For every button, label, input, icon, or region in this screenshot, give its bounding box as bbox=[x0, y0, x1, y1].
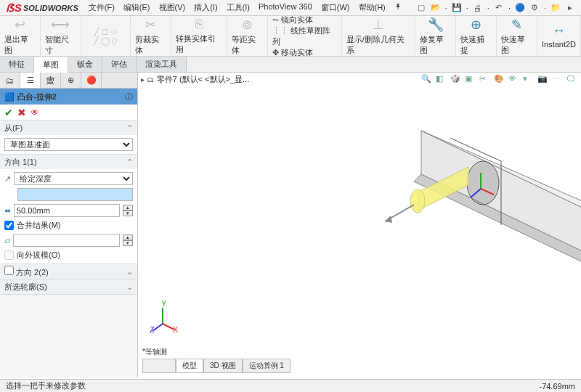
scene-icon[interactable]: 🎨 bbox=[494, 74, 504, 84]
tab-sheet[interactable]: 钣金 bbox=[68, 57, 102, 72]
pattern-group[interactable]: ⥊ 镜向实体 ⋮⋮ 线性草图阵列 ✥ 移动实体 bbox=[268, 16, 342, 56]
dir2-checkbox[interactable] bbox=[4, 266, 14, 275]
offset-button[interactable]: ⊚等距实体 bbox=[227, 16, 268, 56]
zoom-area-icon[interactable]: ◧ bbox=[436, 74, 446, 84]
section-icon[interactable]: ✂ bbox=[479, 74, 489, 84]
direction1-section: 方向 1(1)⌃ ↗ 给定深度 ⬌ ▴▾ 合并结果(M) ▱ bbox=[0, 155, 137, 264]
viewport[interactable]: ▸ 🗂 零件7 (默认< <默认>_显... 🔍 ◧ 🎲 ▣ ✂ 🎨 👁 ▾ 📷… bbox=[138, 73, 581, 377]
open-icon[interactable]: 📂 bbox=[431, 3, 441, 13]
zoom-icon[interactable]: 🔍 bbox=[421, 74, 431, 84]
svg-marker-13 bbox=[385, 216, 392, 223]
reverse-icon[interactable]: ↗ bbox=[4, 174, 11, 184]
menu-file[interactable]: 文件(F) bbox=[84, 0, 119, 15]
smart-dim-button[interactable]: ⟷智能尺寸 bbox=[41, 16, 81, 56]
merge-label: 合并结果(M) bbox=[17, 220, 61, 231]
menu-tools[interactable]: 工具(I) bbox=[222, 0, 254, 15]
feature-title: 凸台-拉伸2 bbox=[17, 91, 57, 102]
model-tab[interactable]: 模型 bbox=[176, 359, 203, 373]
menu-view[interactable]: 视图(V) bbox=[155, 0, 190, 15]
tab-render[interactable]: 渲染工具 bbox=[137, 57, 187, 72]
draft-out-label: 向外拔模(O) bbox=[17, 250, 60, 261]
print-icon[interactable]: 🖨 bbox=[473, 3, 483, 13]
display-style-icon[interactable]: ▣ bbox=[465, 74, 475, 84]
repair-button[interactable]: 🔧修复草图 bbox=[415, 16, 456, 56]
draft-spinner[interactable]: ▴▾ bbox=[123, 234, 133, 246]
tab-feature[interactable]: 特征 bbox=[0, 57, 34, 72]
ribbon-toolbar: ↩退出草图 ⟷智能尺寸 ╱ ◻ ⬭ ╱ ◯ ⬯ ✂剪裁实体 ⎘转换实体引用 ⊚等… bbox=[0, 16, 581, 57]
menu-help[interactable]: 帮助(H) bbox=[354, 0, 390, 15]
convert-button[interactable]: ⎘转换实体引用 bbox=[171, 16, 227, 56]
snap-button[interactable]: ⊕快速捕捉 bbox=[456, 16, 497, 56]
preview-icon[interactable]: 👁 bbox=[31, 107, 39, 118]
help-icon[interactable]: ⓘ bbox=[125, 91, 133, 102]
svg-point-4 bbox=[467, 161, 499, 205]
depth-spinner[interactable]: ▴▾ bbox=[123, 205, 133, 216]
svg-text:X: X bbox=[173, 325, 179, 334]
menu-edit[interactable]: 编辑(E) bbox=[119, 0, 155, 15]
flag-icon[interactable]: ▸ bbox=[565, 3, 575, 13]
blank-tab[interactable]: ⠀⠀⠀⠀ bbox=[142, 359, 176, 373]
app-logo: ẞS SOLIDWORKS bbox=[0, 1, 84, 15]
direction-input[interactable] bbox=[17, 188, 133, 201]
tab-eval[interactable]: 评估 bbox=[102, 57, 137, 72]
settings-icon[interactable]: ⋯ bbox=[552, 74, 562, 84]
relations-button[interactable]: ⊥显示/删除几何关系 bbox=[342, 16, 416, 56]
quick-toolbar: ▢ 📂· 💾· 🖨· ↶· 🔵 ⚙· 📁 ▸ bbox=[416, 3, 581, 13]
exit-sketch-button[interactable]: ↩退出草图 bbox=[0, 16, 41, 56]
dimxpert-tab[interactable]: ⊕ bbox=[61, 73, 81, 88]
appearance-tab[interactable]: 🔴 bbox=[81, 73, 102, 88]
property-manager: 🗂 ☰ 🕸 ⊕ 🔴 🟦凸台-拉伸2 ⓘ ✔ ✖ 👁 从(F)⌃ 草图基准面 方向… bbox=[0, 73, 138, 377]
status-hint: 选择一把手来修改参数 bbox=[6, 380, 86, 391]
heads-up-toolbar: 🔍 ◧ 🎲 ▣ ✂ 🎨 👁 ▾ 📷 ⋯ 🖵 bbox=[421, 74, 577, 84]
logo-icon: ẞS bbox=[6, 1, 22, 15]
config-tab[interactable]: 🕸 bbox=[41, 73, 61, 88]
contours-section: 所选轮廓(S)⌄ bbox=[0, 279, 137, 295]
tab-sketch[interactable]: 草图 bbox=[34, 57, 68, 73]
from-section: 从(F)⌃ 草图基准面 bbox=[0, 121, 137, 155]
from-header[interactable]: 从(F)⌃ bbox=[0, 121, 137, 135]
instant2d-button[interactable]: ↔Instant2D bbox=[537, 16, 581, 56]
draft-input[interactable] bbox=[13, 234, 120, 247]
menu-insert[interactable]: 插入(I) bbox=[190, 0, 222, 15]
svg-text:Y: Y bbox=[161, 299, 167, 308]
content-area: 🗂 ☰ 🕸 ⊕ 🔴 🟦凸台-拉伸2 ⓘ ✔ ✖ 👁 从(F)⌃ 草图基准面 方向… bbox=[0, 73, 581, 377]
options-icon[interactable]: ⚙ bbox=[529, 3, 540, 13]
svg-point-6 bbox=[410, 189, 425, 213]
3dview-tab[interactable]: 3D 视图 bbox=[203, 359, 243, 373]
svg-text:Z: Z bbox=[150, 325, 155, 334]
dir2-header[interactable]: 方向 2(2)⌄ bbox=[0, 264, 137, 279]
trim-button[interactable]: ✂剪裁实体 bbox=[131, 16, 171, 56]
sketch-tools-group[interactable]: ╱ ◻ ⬭ ╱ ◯ ⬯ bbox=[81, 16, 131, 56]
motion-tab[interactable]: 运动算例 1 bbox=[243, 359, 290, 373]
render-icon[interactable]: 📷 bbox=[537, 74, 548, 84]
draft-icon[interactable]: ▱ bbox=[4, 236, 10, 245]
cancel-button[interactable]: ✖ bbox=[17, 107, 26, 118]
screen-icon[interactable]: 🖵 bbox=[566, 74, 577, 84]
new-icon[interactable]: ▢ bbox=[416, 3, 426, 13]
menu-window[interactable]: 窗口(W) bbox=[317, 0, 354, 15]
save-icon[interactable]: 💾 bbox=[452, 3, 462, 13]
bottom-tabs: ⠀⠀⠀⠀ 模型 3D 视图 运动算例 1 bbox=[142, 359, 290, 373]
dir1-header[interactable]: 方向 1(1)⌃ bbox=[0, 155, 137, 169]
folder-icon[interactable]: 📁 bbox=[550, 3, 561, 13]
rebuild-icon[interactable]: 🔵 bbox=[515, 3, 525, 13]
apply-icon[interactable]: ▾ bbox=[523, 74, 533, 84]
feature-tree-tab[interactable]: 🗂 bbox=[0, 73, 20, 88]
depth-input[interactable] bbox=[14, 204, 120, 217]
quick-sketch-button[interactable]: ✎快速草图 bbox=[497, 16, 537, 56]
menu-search-icon[interactable]: 🖈 bbox=[390, 0, 407, 15]
view-orient-icon[interactable]: 🎲 bbox=[450, 74, 460, 84]
from-select[interactable]: 草图基准面 bbox=[4, 138, 133, 151]
flyout-tree[interactable]: ▸ 🗂 零件7 (默认< <默认>_显... bbox=[141, 74, 249, 85]
orientation-triad[interactable]: Y X Z bbox=[148, 303, 177, 334]
hidden-icon[interactable]: 👁 bbox=[508, 74, 519, 84]
merge-checkbox[interactable] bbox=[4, 221, 14, 230]
ok-button[interactable]: ✔ bbox=[4, 107, 13, 118]
contours-header[interactable]: 所选轮廓(S)⌄ bbox=[0, 279, 137, 294]
status-coord: -74.69mm bbox=[539, 382, 575, 391]
undo-icon[interactable]: ↶ bbox=[494, 3, 504, 13]
menu-items: 文件(F) 编辑(E) 视图(V) 插入(I) 工具(I) PhotoView … bbox=[84, 0, 407, 15]
property-tab[interactable]: ☰ bbox=[20, 73, 41, 88]
menu-pv360[interactable]: PhotoView 360 bbox=[254, 0, 317, 15]
end-condition-select[interactable]: 给定深度 bbox=[14, 172, 133, 185]
